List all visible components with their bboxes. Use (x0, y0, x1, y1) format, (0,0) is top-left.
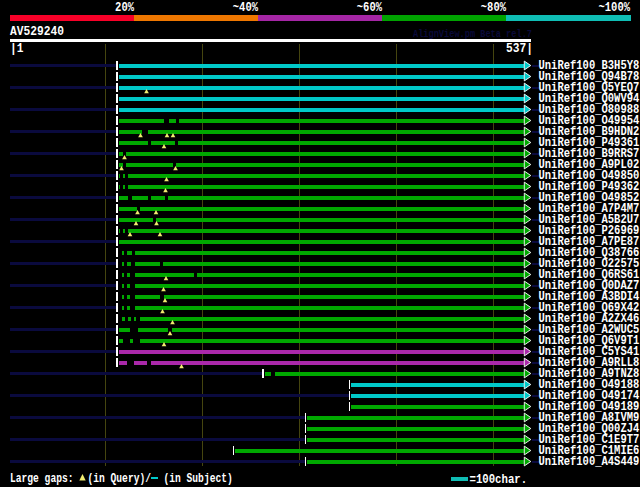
svg-text:(in Query)/: (in Query)/ (88, 472, 151, 486)
svg-text:=100char.: =100char. (470, 473, 528, 487)
svg-text:~60%: ~60% (357, 1, 383, 15)
svg-text:~80%: ~80% (481, 1, 507, 15)
svg-text:UniRef100_A4S449: UniRef100_A4S449 (539, 454, 640, 469)
svg-text:AV529240: AV529240 (10, 25, 64, 39)
svg-text:|1: |1 (10, 42, 24, 56)
svg-text:AlignView.pm Beta rel.7: AlignView.pm Beta rel.7 (413, 28, 532, 40)
svg-text:~40%: ~40% (233, 1, 259, 15)
svg-text:(in Subject): (in Subject) (164, 472, 233, 486)
svg-text:Large gaps:: Large gaps: (10, 472, 73, 486)
svg-text:20%: 20% (115, 1, 134, 15)
svg-text:~100%: ~100% (599, 1, 631, 15)
svg-text:537|: 537| (506, 42, 533, 56)
